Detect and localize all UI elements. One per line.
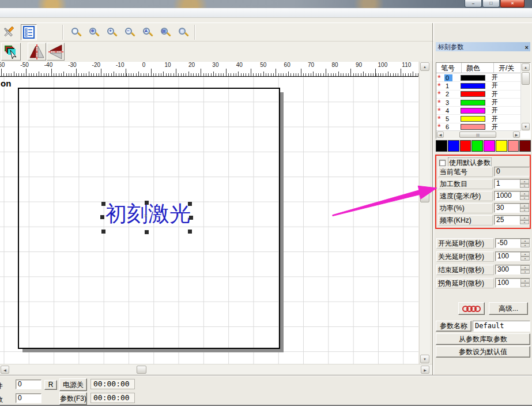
count-field-1[interactable]: 0	[16, 379, 41, 389]
selection-handle-se[interactable]	[188, 230, 192, 234]
select-object-button[interactable]	[1, 43, 21, 61]
spinner[interactable]: ▲▼	[520, 191, 529, 200]
zoom-window-button[interactable]	[68, 24, 84, 40]
zoom-pan-button[interactable]: ⊕	[86, 24, 102, 40]
pen-table-hscrollbar[interactable]: ◀ ⦀⦀ ▶	[436, 130, 520, 138]
count-field-2[interactable]: 0	[16, 393, 41, 403]
pen-star-icon: *	[436, 116, 443, 121]
pen-table[interactable]: 笔号 颜色 开/关 * 0 开 * 1 开 *	[436, 62, 531, 139]
scroll-down-icon[interactable]: ▼	[420, 355, 429, 363]
col-on-off: 开/关	[494, 63, 520, 73]
properties-icon	[23, 26, 35, 39]
palette-swatch-0[interactable]	[436, 140, 447, 152]
pen-table-vscrollbar[interactable]: ▲ ▼	[520, 63, 530, 131]
drawing-canvas[interactable]: on 初刻激光 ×	[0, 77, 418, 364]
scroll-left-icon[interactable]: ◀	[1, 366, 9, 374]
pen-vscroll-thumb[interactable]	[522, 72, 530, 85]
spin-down-icon: ▼	[520, 196, 529, 201]
laser-on-delay-input[interactable]: -50 ▲▼	[495, 238, 530, 248]
col-color: 颜色	[462, 63, 494, 73]
minimize-button[interactable]: –	[465, 0, 482, 7]
advanced-button[interactable]: 高级...	[489, 302, 528, 315]
pen-row-3[interactable]: * 3 开	[436, 99, 520, 107]
laser-off-delay-input[interactable]: 100 ▲▼	[495, 251, 530, 261]
reset-count-button[interactable]: R	[44, 380, 57, 390]
pen-state: 开	[492, 90, 498, 99]
current-pen-label: 当前笔号	[438, 167, 493, 177]
pen-hscroll-thumb[interactable]: ⦀⦀	[459, 131, 496, 138]
power-toggle-button[interactable]: 电源关	[59, 378, 87, 391]
zoom-in-button[interactable]: +	[104, 24, 120, 40]
palette-swatch-5[interactable]	[496, 140, 507, 152]
corner-delay-input[interactable]: 100 ▲▼	[495, 278, 530, 288]
mark-properties-button[interactable]	[21, 24, 37, 40]
hscroll-thumb[interactable]	[137, 366, 146, 374]
tools-button[interactable]	[2, 24, 20, 40]
selection-handle-nw[interactable]	[101, 202, 105, 206]
mirror-horizontal-button[interactable]	[47, 43, 65, 61]
frequency-input[interactable]: 25 ▲▼	[494, 215, 530, 225]
pen-star-icon: *	[436, 108, 443, 113]
pen-row-2[interactable]: * 2 开	[436, 91, 520, 99]
palette-swatch-1[interactable]	[448, 140, 459, 152]
selection-handle-s[interactable]	[145, 230, 149, 234]
pen-row-4[interactable]: * 4 开	[436, 107, 520, 115]
selection-handle-e[interactable]	[189, 216, 193, 220]
pen-row-5[interactable]: * 5 开	[436, 115, 520, 123]
end-delay-input[interactable]: 300 ▲▼	[495, 265, 530, 275]
zoom-out-button[interactable]: −	[122, 24, 138, 40]
zoom-page-button[interactable]: □	[175, 24, 191, 40]
spinner[interactable]: ▲▼	[520, 252, 530, 261]
restore-button[interactable]: □	[482, 0, 500, 7]
speed-input[interactable]: 1000 ▲▼	[494, 191, 530, 201]
spin-up-icon: ▲	[520, 252, 530, 257]
speed-row: 速度(毫米/秒) 1000 ▲▼	[438, 191, 530, 201]
mirror-vertical-button[interactable]	[28, 43, 46, 61]
scroll-up-icon[interactable]: ▲	[420, 62, 429, 71]
load-from-library-button[interactable]: 从参数库取参数	[436, 333, 530, 345]
scroll-left-icon[interactable]: ◀	[437, 131, 444, 138]
panel-close-icon[interactable]: ×	[525, 43, 529, 52]
spinner[interactable]: ▲▼	[520, 279, 530, 287]
use-default-params-checkbox[interactable]	[439, 160, 446, 166]
pen-star-icon: *	[436, 84, 443, 88]
frequency-row: 频率(KHz) 25 ▲▼	[438, 215, 530, 225]
canvas-vscrollbar[interactable]: ▲ ▼	[419, 62, 430, 364]
spinner[interactable]: ▲▼	[520, 204, 529, 212]
pen-row-1[interactable]: * 1 开	[436, 82, 520, 90]
set-as-default-button[interactable]: 参数设为默认值	[436, 346, 530, 358]
param-f3-button[interactable]: 参数(F3)	[59, 392, 87, 405]
selection-handle-ne[interactable]	[188, 202, 192, 206]
wobble-button[interactable]	[458, 302, 485, 315]
vscroll-thumb[interactable]	[420, 190, 429, 202]
scroll-right-icon[interactable]: ▶	[421, 366, 429, 374]
pen-color-swatch	[461, 83, 485, 89]
spinner[interactable]: ▲▼	[520, 179, 529, 188]
power-input[interactable]: 30 ▲▼	[494, 203, 530, 213]
panel-titlebar[interactable]: 标刻参数 ×	[436, 42, 530, 51]
selection-handle-n[interactable]	[145, 201, 149, 205]
palette-swatch-7[interactable]	[519, 140, 531, 152]
param-name-button[interactable]: 参数名称	[436, 321, 471, 332]
param-name-input[interactable]: Default	[473, 321, 530, 332]
zoom-all-button[interactable]: A	[139, 24, 156, 40]
pen-number: 3	[443, 99, 461, 106]
selected-text-object[interactable]: 初刻激光	[105, 200, 192, 228]
selection-handle-w[interactable]	[100, 215, 104, 219]
pen-row-0[interactable]: * 0 开	[436, 74, 520, 82]
selection-handle-sw[interactable]	[101, 230, 105, 234]
spinner[interactable]: ▲▼	[520, 239, 530, 247]
zoom-selection-button[interactable]: ▦	[157, 24, 173, 40]
scroll-down-icon[interactable]: ▼	[522, 123, 530, 130]
scroll-up-icon[interactable]: ▲	[522, 63, 530, 71]
process-count-input[interactable]: 1 ▲▼	[494, 179, 530, 189]
palette-swatch-6[interactable]	[508, 140, 519, 152]
palette-swatch-2[interactable]	[460, 140, 471, 152]
close-button[interactable]: ×	[500, 0, 525, 7]
canvas-hscrollbar[interactable]: ◀ ▶	[0, 364, 432, 375]
scroll-right-icon[interactable]: ▶	[513, 131, 520, 138]
spinner[interactable]: ▲▼	[520, 216, 529, 224]
palette-swatch-4[interactable]	[484, 140, 495, 152]
palette-swatch-3[interactable]	[471, 140, 483, 152]
spinner[interactable]: ▲▼	[520, 265, 530, 274]
